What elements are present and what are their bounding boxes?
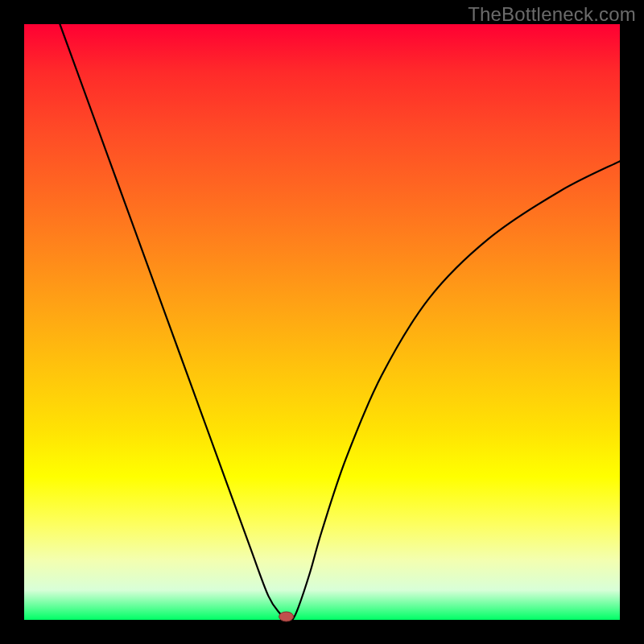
- optimum-marker: [279, 612, 294, 621]
- bottleneck-curve-svg: [24, 24, 620, 620]
- plot-area: [24, 24, 620, 620]
- bottleneck-curve-path: [60, 24, 620, 621]
- watermark-text: TheBottleneck.com: [468, 3, 636, 26]
- chart-frame: TheBottleneck.com: [0, 0, 644, 644]
